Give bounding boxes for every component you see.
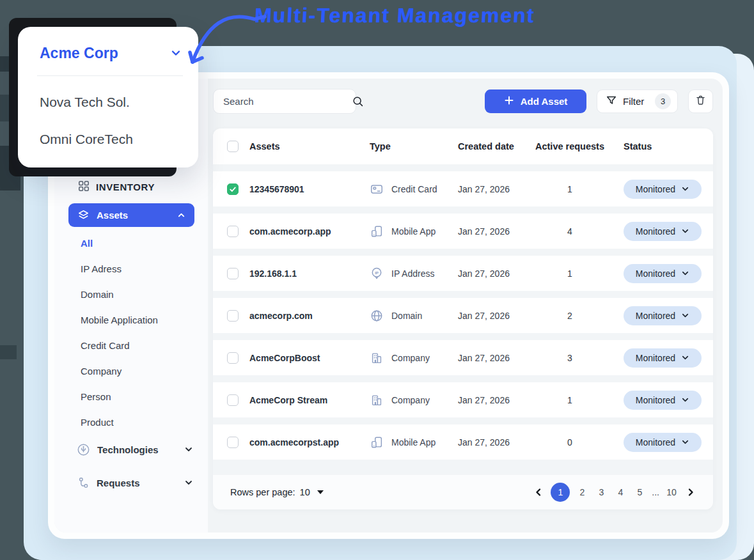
row-checkbox[interactable] (227, 437, 239, 448)
svg-text:IP: IP (375, 270, 379, 274)
add-asset-button[interactable]: Add Asset (485, 89, 586, 113)
status-dropdown[interactable]: Monitored (624, 348, 702, 368)
row-checkbox[interactable] (227, 226, 239, 237)
search-input[interactable] (222, 95, 352, 107)
sidebar-subitem-all[interactable]: All (81, 231, 196, 256)
sidebar-subitem-credit-card[interactable]: Credit Card (81, 333, 196, 359)
table-row: 12345678901Credit CardJan 27, 20261Monit… (213, 171, 713, 206)
sidebar-subitem-product[interactable]: Product (81, 410, 196, 435)
chevron-down-icon (681, 396, 689, 404)
row-checkbox[interactable] (227, 394, 239, 406)
table-row: acmecorp.comDomainJan 27, 20262Monitored (213, 298, 713, 333)
status-label: Monitored (636, 395, 675, 405)
rows-per-page-control[interactable]: Rows per page: 10 (230, 487, 324, 497)
filter-count-badge: 3 (655, 93, 671, 109)
tenant-selected[interactable]: Acme Corp (40, 42, 182, 64)
select-all-checkbox[interactable] (227, 141, 239, 152)
asset-name: AcmeCorpBoost (249, 353, 370, 363)
search-icon[interactable] (352, 95, 364, 107)
status-dropdown[interactable]: Monitored (624, 264, 702, 283)
sidebar-item-technologies[interactable]: Technologies (77, 440, 193, 458)
asset-name: AcmeCorp Stream (249, 395, 370, 405)
chevron-down-icon (184, 478, 193, 487)
assets-table: Assets Type Created date Active requests… (213, 128, 713, 509)
dropdown-arrow-icon (317, 490, 324, 494)
delete-button[interactable] (688, 89, 713, 113)
sidebar-item-requests[interactable]: Requests (77, 474, 193, 492)
status-label: Monitored (636, 184, 675, 194)
mobile-app-icon (370, 435, 384, 449)
chevron-down-icon (681, 227, 689, 235)
tenant-option-nova-tech[interactable]: Nova Tech Sol. (40, 93, 130, 111)
type-label: Mobile App (391, 437, 436, 447)
page-button-4[interactable]: 4 (613, 487, 627, 497)
tenant-name: Acme Corp (40, 45, 118, 62)
table-row: AcmeCorpBoostCompanyJan 27, 20263Monitor… (213, 340, 713, 375)
row-checkbox[interactable] (227, 352, 239, 364)
status-label: Monitored (636, 437, 675, 447)
grid-icon (78, 180, 90, 194)
sidebar-subitem-ip-adress[interactable]: IP Adress (81, 256, 196, 282)
page-button-3[interactable]: 3 (594, 487, 608, 497)
tenant-option-omni-coretech[interactable]: Omni CoreTech (40, 130, 133, 148)
table-header-row: Assets Type Created date Active requests… (213, 128, 713, 164)
chevron-down-icon (681, 311, 689, 320)
active-requests-count: 1 (522, 268, 618, 279)
filter-button[interactable]: Filter 3 (597, 89, 678, 113)
mobile-app-icon (370, 224, 384, 238)
row-checkbox[interactable] (227, 183, 239, 195)
status-dropdown[interactable]: Monitored (624, 391, 702, 410)
column-header-type: Type (370, 141, 458, 152)
asset-name: acmecorp.com (249, 311, 370, 321)
sidebar-sub-list: AllIP AdressDomainMobile ApplicationCred… (81, 231, 196, 435)
credit-card-icon (370, 182, 384, 196)
chevron-down-icon (681, 269, 689, 277)
sidebar-section-label: INVENTORY (96, 182, 155, 192)
sidebar-section-inventory: INVENTORY (78, 180, 155, 194)
row-checkbox[interactable] (227, 268, 239, 279)
sidebar-item-assets[interactable]: Assets (68, 203, 194, 227)
table-row: com.acmecorp.appMobile AppJan 27, 20264M… (213, 214, 713, 249)
tenant-switcher-popup: Acme Corp Nova Tech Sol. Omni CoreTech (18, 27, 198, 167)
status-dropdown[interactable]: Monitored (624, 180, 702, 199)
page-button-5[interactable]: 5 (632, 487, 647, 497)
popup-divider (37, 75, 183, 76)
plus-icon (504, 95, 514, 107)
filter-icon (606, 95, 617, 109)
chevron-down-icon (681, 438, 689, 446)
type-label: IP Address (391, 268, 434, 279)
status-label: Monitored (636, 311, 675, 321)
annotation-title: Multi-Tenant Management (254, 4, 535, 27)
next-page-button[interactable] (684, 488, 698, 497)
asset-name: 192.168.1.1 (249, 268, 370, 279)
page-list: 12345...10 (551, 483, 679, 502)
previous-page-button[interactable] (531, 488, 546, 497)
sidebar-subitem-mobile-application[interactable]: Mobile Application (81, 307, 196, 333)
created-date: Jan 27, 2026 (458, 311, 522, 321)
chevron-down-icon (681, 185, 689, 193)
screenshot-canvas: INVENTORY Assets AllIP AdressDomainMobil… (0, 0, 754, 560)
status-dropdown[interactable]: Monitored (624, 306, 702, 325)
asset-name: com.acmecorp.app (249, 226, 370, 237)
created-date: Jan 27, 2026 (458, 268, 522, 279)
background-stripe (0, 345, 17, 359)
technologies-icon (77, 443, 90, 456)
status-dropdown[interactable]: Monitored (624, 433, 702, 452)
sidebar-subitem-person[interactable]: Person (81, 384, 196, 410)
page-button-1[interactable]: 1 (551, 483, 570, 502)
sidebar-subitem-domain[interactable]: Domain (81, 282, 196, 307)
table-row: AcmeCorp StreamCompanyJan 27, 20261Monit… (213, 382, 713, 417)
page-button-10[interactable]: 10 (664, 487, 679, 497)
trash-icon (695, 94, 707, 109)
created-date: Jan 27, 2026 (458, 184, 522, 194)
sidebar-group-label: Technologies (97, 444, 159, 455)
row-checkbox[interactable] (227, 310, 239, 322)
active-requests-count: 1 (522, 184, 618, 194)
company-icon (370, 393, 384, 407)
type-label: Company (391, 395, 430, 405)
created-date: Jan 27, 2026 (458, 353, 522, 363)
status-dropdown[interactable]: Monitored (624, 222, 702, 241)
sidebar-item-label: Assets (97, 210, 128, 221)
sidebar-subitem-company[interactable]: Company (81, 359, 196, 384)
page-button-2[interactable]: 2 (575, 487, 589, 497)
